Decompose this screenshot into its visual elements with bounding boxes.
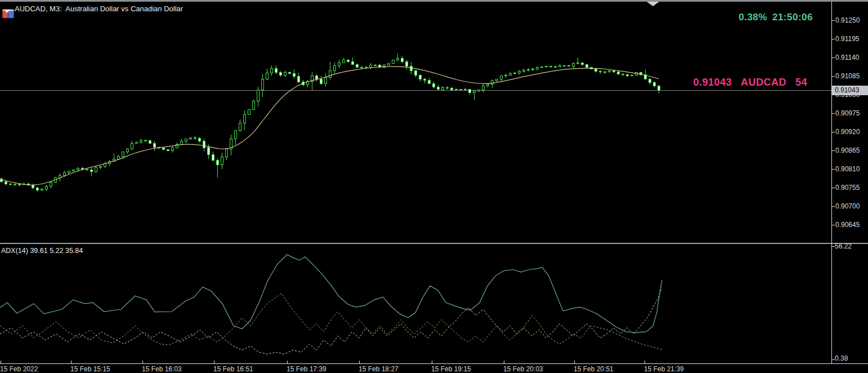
time-axis-label: 15 Feb 16:03: [142, 365, 182, 373]
price-axis-label: 0.90810: [835, 165, 860, 173]
bid-price-label: 0.91043: [693, 77, 732, 88]
price-axis-tick: [831, 206, 835, 207]
adx-scale-min-label: 0.38: [835, 354, 848, 362]
price-axis-label: 0.91250: [835, 16, 860, 24]
adx-indicator-canvas[interactable]: [0, 244, 868, 364]
time-axis-tick: [71, 361, 71, 363]
time-axis-tick: [214, 361, 214, 363]
time-axis-tick: [287, 361, 288, 363]
price-axis-tick: [831, 225, 835, 225]
price-axis-label: 0.90865: [835, 146, 860, 154]
time-axis-tick: [504, 361, 504, 363]
price-axis-line: [831, 2, 832, 363]
chart-header: AUDCAD, M3: Australian Dollar vs Canadia…: [2, 5, 183, 13]
price-axis-tick: [831, 132, 835, 132]
indicator-value-label: ADX(14) 39.61 5.22 35.84: [1, 247, 83, 255]
time-axis-label: 15 Feb 16:51: [213, 365, 253, 373]
price-axis-label: 0.91195: [835, 35, 860, 43]
chart-title: AUDCAD, M3: Australian Dollar vs Canadia…: [15, 5, 183, 13]
price-axis-label: 0.90975: [835, 109, 860, 117]
spread-label: 54: [795, 77, 807, 88]
price-change-percent: 0.38%: [739, 12, 767, 23]
time-axis-tick: [645, 361, 645, 363]
current-price-tag: 0.91043: [832, 86, 868, 95]
price-axis-label: 0.91140: [835, 54, 860, 61]
mt5-chart-window: AUDCAD, M3: Australian Dollar vs Canadia…: [0, 0, 868, 373]
time-axis-tick: [1, 361, 1, 363]
time-axis-label: 15 Feb 19:15: [431, 365, 471, 373]
price-axis-tick: [831, 188, 835, 188]
adx-scale-max-label: 56.22: [835, 242, 852, 250]
panel-separator[interactable]: [0, 243, 868, 244]
time-axis-label: 15 Feb 20:03: [503, 365, 543, 373]
time-axis-label: 15 Feb 18:27: [359, 365, 399, 373]
price-axis-label: 0.91085: [835, 72, 860, 80]
price-axis-label: 0.90645: [835, 221, 860, 229]
price-axis-tick: [831, 57, 835, 58]
price-axis-tick: [831, 150, 835, 151]
price-axis-label: 0.90700: [835, 202, 860, 210]
change-and-clock: 0.38%21:50:06: [733, 12, 813, 23]
symbol-label: AUDCAD: [741, 77, 786, 88]
price-axis-tick: [831, 20, 835, 21]
time-axis-label: 15 Feb 21:39: [644, 365, 684, 373]
time-axis-line: [0, 363, 868, 364]
time-axis-tick: [359, 361, 360, 363]
price-axis-label: 0.90755: [835, 184, 860, 192]
time-axis-tick: [432, 361, 432, 363]
time-axis-label: 15 Feb 20:51: [574, 365, 614, 373]
time-axis-tick: [574, 361, 575, 363]
server-time: 21:50:06: [772, 12, 813, 23]
price-axis-tick: [831, 76, 835, 77]
time-axis-tick: [142, 361, 143, 363]
price-axis-tick: [831, 169, 835, 170]
chart-shift-marker-icon[interactable]: [647, 2, 659, 6]
price-axis-tick: [831, 113, 835, 114]
quote-line: 0.91043AUDCAD54: [693, 77, 807, 88]
price-axis-label: 0.90920: [835, 128, 860, 136]
price-chart-canvas[interactable]: [0, 0, 868, 243]
time-axis-label: 15 Feb 15:15: [70, 365, 110, 373]
time-axis-label: 15 Feb 2022: [0, 365, 38, 373]
time-axis-label: 15 Feb 17:39: [287, 365, 326, 373]
price-axis-tick: [831, 39, 835, 39]
